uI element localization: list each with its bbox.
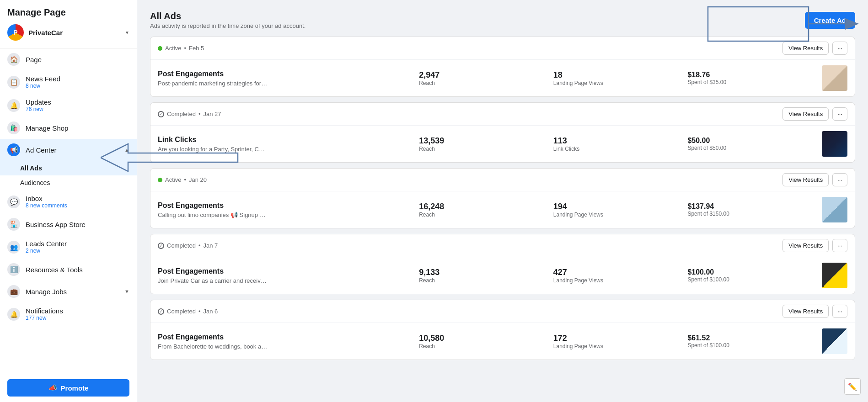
status-icon-completed: ✓ <box>158 308 164 315</box>
nav-label-manage-jobs: Manage Jobs <box>26 288 119 296</box>
ad-spend-value: $137.94 <box>687 202 814 211</box>
ad-header-actions: View Results ··· <box>782 239 847 252</box>
all-ads-title-block: All Ads Ads activity is reported in the … <box>150 11 305 29</box>
sidebar-item-resources-tools[interactable]: ℹ️ Resources & Tools <box>0 259 137 280</box>
ad-metric-reach: 10,580 Reach <box>419 333 546 349</box>
sidebar-item-inbox[interactable]: 💬 Inbox 8 new comments <box>0 190 137 213</box>
ad-secondary-value: 427 <box>553 268 680 277</box>
ad-header-actions: View Results ··· <box>782 42 847 55</box>
ad-secondary-label: Landing Page Views <box>553 343 680 349</box>
ad-date-sep: • <box>184 45 186 52</box>
ad-secondary-label: Landing Page Views <box>553 277 680 284</box>
promote-label: Promote <box>61 384 89 392</box>
view-results-button[interactable]: View Results <box>782 42 829 55</box>
ad-metric-secondary: 113 Link Clicks <box>553 136 680 152</box>
ad-metric-secondary: 427 Landing Page Views <box>553 268 680 284</box>
ad-type: Post Engagements <box>158 267 412 275</box>
ad-desc: Post-pandemic marketing strategies for t… <box>158 80 268 87</box>
page-name: PrivateCar <box>28 29 120 37</box>
ad-date-sep: • <box>184 176 186 183</box>
nav-icon-manage-shop: 🛍️ <box>7 122 20 134</box>
ad-card-body: Post Engagements Join Private Car as a c… <box>150 257 855 294</box>
sidebar-item-manage-shop[interactable]: 🛍️ Manage Shop <box>0 117 137 139</box>
ad-spend: $18.76 Spent of $35.00 <box>687 71 814 85</box>
nav-badge-inbox: 8 new comments <box>26 202 129 209</box>
sidebar-item-ad-center[interactable]: 📢 Ad Center ▲ <box>0 139 137 161</box>
edit-icon-corner[interactable]: ✏️ <box>844 378 861 395</box>
ad-status: ✓ Completed • Jan 7 <box>158 242 218 249</box>
more-options-button[interactable]: ··· <box>832 173 847 186</box>
sidebar-item-manage-jobs[interactable]: 💼 Manage Jobs ▼ <box>0 280 137 302</box>
ad-header-actions: View Results ··· <box>782 173 847 186</box>
nav-icon-resources-tools: ℹ️ <box>7 263 20 276</box>
ad-card: ✓ Completed • Jan 7 View Results ··· Pos… <box>150 234 855 294</box>
ad-spend-label: Spent of $50.00 <box>687 145 814 151</box>
nav-badge-news-feed: 8 new <box>26 83 129 89</box>
sidebar: Manage Page P PrivateCar ▼ 🏠 Page 📋 News… <box>0 0 137 402</box>
view-results-button[interactable]: View Results <box>782 107 829 121</box>
nav-label-ad-center: Ad Center <box>26 146 119 154</box>
ad-card: ✓ Completed • Jan 27 View Results ··· Li… <box>150 102 855 163</box>
ad-status-text: Active <box>165 45 181 52</box>
sidebar-item-news-feed[interactable]: 📋 News Feed 8 new <box>0 70 137 94</box>
ad-thumbnail <box>822 328 847 354</box>
nav-badge-notifications: 177 new <box>26 315 129 321</box>
ad-info: Post Engagements From Bachelorette to we… <box>158 333 412 350</box>
ad-spend-label: Spent of $35.00 <box>687 79 814 85</box>
ad-spend-label: Spent of $100.00 <box>687 276 814 283</box>
create-ad-button[interactable]: Create Ad <box>805 12 855 29</box>
all-ads-header: All Ads Ads activity is reported in the … <box>150 11 855 29</box>
sidebar-item-page[interactable]: 🏠 Page <box>0 48 137 70</box>
main-content: All Ads Ads activity is reported in the … <box>137 0 868 402</box>
ad-secondary-value: 172 <box>553 333 680 343</box>
sidebar-item-leads-center[interactable]: 👥 Leads Center 2 new <box>0 235 137 259</box>
view-results-button[interactable]: View Results <box>782 305 829 318</box>
promote-button[interactable]: 📣 Promote <box>7 379 129 397</box>
nav-label-resources-tools: Resources & Tools <box>26 266 129 274</box>
ad-date: Jan 6 <box>203 308 218 315</box>
sidebar-item-audiences[interactable]: Audiences <box>0 175 137 190</box>
nav-label-leads-center: Leads Center <box>26 240 129 248</box>
ad-reach-label: Reach <box>419 277 546 284</box>
sidebar-item-all-ads[interactable]: All Ads <box>0 161 137 175</box>
ad-reach-value: 13,539 <box>419 136 546 146</box>
page-avatar: P <box>7 24 24 41</box>
ad-info: Link Clicks Are you looking for a Party,… <box>158 136 412 153</box>
nav-label-business-app-store: Business App Store <box>26 221 129 228</box>
sidebar-item-notifications[interactable]: 🔔 Notifications 177 new <box>0 302 137 326</box>
more-options-button[interactable]: ··· <box>832 305 847 318</box>
ad-thumbnail <box>822 197 847 222</box>
ad-info: Post Engagements Post-pandemic marketing… <box>158 70 412 87</box>
nav-icon-page: 🏠 <box>7 53 20 66</box>
ad-metric-secondary: 194 Landing Page Views <box>553 202 680 218</box>
ad-desc: Calling out limo companies 📢 Signup with… <box>158 212 268 218</box>
ad-card-body: Post Engagements From Bachelorette to we… <box>150 323 855 360</box>
ad-type: Post Engagements <box>158 70 412 78</box>
ad-card: Active • Feb 5 View Results ··· Post Eng… <box>150 37 855 97</box>
sidebar-item-updates[interactable]: 🔔 Updates 76 new <box>0 94 137 117</box>
ad-status-text: Completed <box>167 308 196 315</box>
ad-secondary-value: 113 <box>553 136 680 146</box>
view-results-button[interactable]: View Results <box>782 173 829 186</box>
nav-icon-manage-jobs: 💼 <box>7 285 20 298</box>
ad-date-sep: • <box>198 308 201 315</box>
ad-desc: Join Private Car as a carrier and receiv… <box>158 277 268 284</box>
ad-reach-label: Reach <box>419 80 546 86</box>
ad-spend-value: $18.76 <box>687 71 814 79</box>
ad-type: Post Engagements <box>158 201 412 210</box>
ad-spend: $61.52 Spent of $100.00 <box>687 334 814 349</box>
ad-card-header: Active • Jan 20 View Results ··· <box>150 169 855 191</box>
more-options-button[interactable]: ··· <box>832 42 847 55</box>
ad-secondary-label: Landing Page Views <box>553 80 680 86</box>
nav-icon-notifications: 🔔 <box>7 308 20 321</box>
sidebar-item-business-app-store[interactable]: 🏪 Business App Store <box>0 213 137 235</box>
more-options-button[interactable]: ··· <box>832 107 847 121</box>
more-options-button[interactable]: ··· <box>832 239 847 252</box>
ad-metric-reach: 2,947 Reach <box>419 70 546 86</box>
nav-icon-business-app-store: 🏪 <box>7 218 20 231</box>
page-switcher[interactable]: P PrivateCar ▼ <box>7 22 129 42</box>
ad-thumbnail <box>822 263 847 288</box>
page-dropdown-arrow: ▼ <box>125 30 129 35</box>
nav-label-updates: Updates <box>26 98 129 106</box>
view-results-button[interactable]: View Results <box>782 239 829 252</box>
